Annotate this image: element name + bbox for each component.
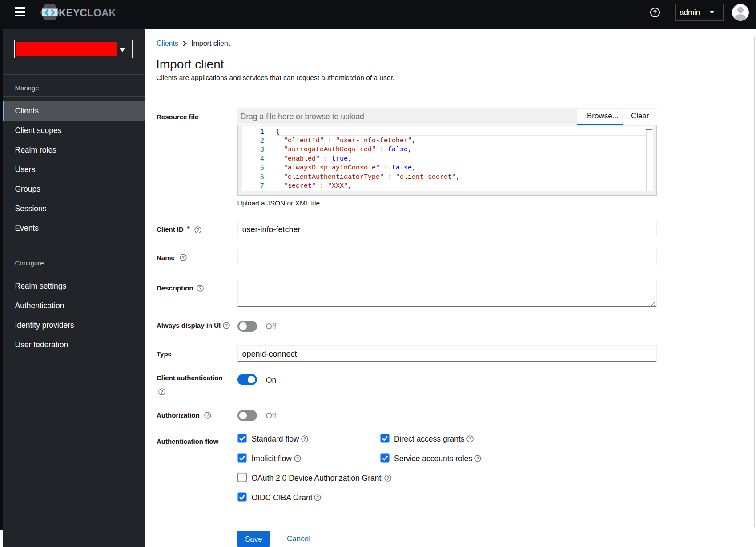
svg-text:?: ? [196,228,199,233]
svg-text:?: ? [206,413,209,418]
svg-text:?: ? [476,456,479,461]
svg-text:?: ? [198,286,201,291]
svg-text:KEYCLOAK: KEYCLOAK [59,7,116,19]
svg-text:?: ? [303,437,306,442]
svg-text:?: ? [469,437,471,442]
svg-text:?: ? [386,476,389,481]
svg-text:?: ? [225,323,227,328]
svg-text:?: ? [181,255,184,260]
svg-text:?: ? [653,9,657,16]
svg-text:?: ? [296,456,299,461]
svg-text:?: ? [161,390,163,394]
svg-text:?: ? [316,495,319,500]
